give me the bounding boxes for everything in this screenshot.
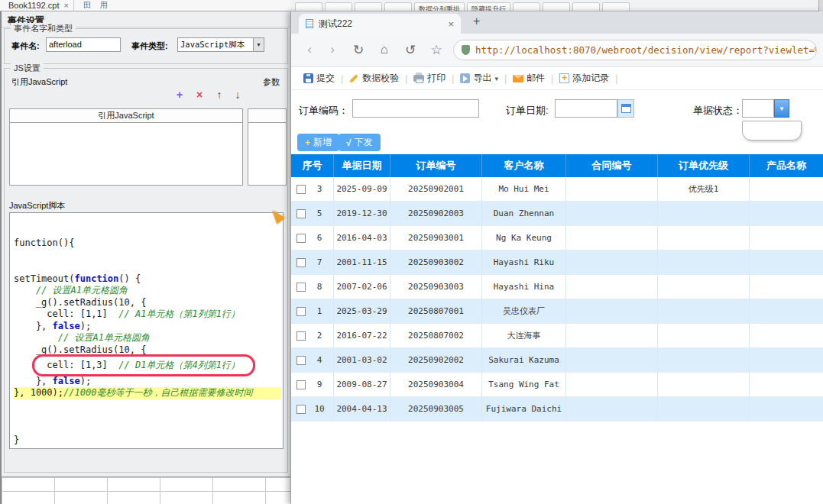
add-record-label: 添加记录 <box>572 72 609 85</box>
status-dropdown-panel[interactable] <box>742 121 802 141</box>
code-line: }, false); <box>14 376 281 388</box>
close-icon[interactable]: × <box>63 1 68 10</box>
scrollbar[interactable] <box>818 0 823 11</box>
designer-tabbar: Book1192.cpt × 田 用 <box>0 0 290 11</box>
mail-label: 邮件 <box>527 72 545 85</box>
printer-icon <box>413 75 424 82</box>
row-checkbox[interactable] <box>296 234 306 243</box>
back-icon[interactable]: ‹ <box>300 42 319 57</box>
row-checkbox[interactable] <box>296 185 306 194</box>
order-date-label: 订单日期: <box>506 104 549 118</box>
cell-no: 10 <box>291 397 334 421</box>
cell: 20250903002 <box>390 250 482 274</box>
cell: Hayashi Hina <box>482 275 566 299</box>
move-up-button[interactable]: ↑ <box>211 89 228 102</box>
undo-icon[interactable]: ↺ <box>401 42 420 58</box>
row-checkbox[interactable] <box>296 405 306 414</box>
cell: 20250902003 <box>390 202 482 225</box>
background-toolbar-button[interactable] <box>384 2 412 11</box>
browser-navbar: ‹ › ↻ ⌂ ↺ ☆ http://localhost:8070/webroo… <box>291 34 823 67</box>
submit-button[interactable]: 提交 <box>297 72 341 85</box>
code-line <box>14 399 281 412</box>
row-checkbox[interactable] <box>296 209 306 218</box>
code-line: } <box>14 435 281 447</box>
row-number: 4 <box>306 355 333 365</box>
add-record-icon <box>559 73 569 83</box>
validate-button[interactable]: 数据校验 <box>343 72 405 85</box>
row-checkbox[interactable] <box>296 307 306 316</box>
grid-icon[interactable]: 田 <box>83 0 91 11</box>
save-icon <box>303 73 313 83</box>
url-bar[interactable]: http://localhost:8070/webroot/decision/v… <box>453 40 817 60</box>
mail-button[interactable]: 邮件 <box>507 72 551 85</box>
add-row-button[interactable]: + 新增 <box>297 134 339 151</box>
row-checkbox[interactable] <box>296 380 306 389</box>
star-icon[interactable]: ☆ <box>427 42 446 58</box>
background-toolbar-button[interactable] <box>543 2 570 11</box>
new-tab-icon[interactable]: + <box>473 15 480 28</box>
js-settings-group: JS设置 引用JavaScript 参数 + × ↑ ↓ 引用JavaScrip… <box>4 68 288 473</box>
background-toolbar-button[interactable]: 隐藏提升行 <box>467 2 510 11</box>
cell: 2001-11-15 <box>334 250 390 274</box>
param-table-body[interactable] <box>248 123 287 186</box>
chevron-down-icon: ▼ <box>779 105 785 112</box>
code-line: cell: [1,1] // A1单元格（第1列第1行） <box>14 309 281 321</box>
order-code-input[interactable] <box>352 99 479 118</box>
cell: 2016-04-03 <box>334 226 390 250</box>
close-icon[interactable]: × <box>448 18 454 30</box>
background-toolbar-button[interactable] <box>602 2 630 11</box>
plus-icon: + <box>305 137 310 148</box>
row-checkbox[interactable] <box>296 258 306 267</box>
background-toolbar-button[interactable] <box>513 2 540 11</box>
remove-js-button[interactable]: × <box>191 89 208 102</box>
background-toolbar-button[interactable] <box>355 2 382 11</box>
designer-file-tab[interactable]: Book1192.cpt × <box>4 0 74 11</box>
code-editor[interactable]: function(){ setTimeout(function() { // 设… <box>9 212 284 449</box>
submit-label: 提交 <box>316 72 335 85</box>
cell: 2007-02-06 <box>334 275 390 299</box>
script-label: JavaScript脚本 <box>9 200 65 212</box>
row-checkbox[interactable] <box>296 356 306 365</box>
cell <box>750 373 823 396</box>
background-toolbar-button[interactable] <box>325 2 352 11</box>
add-record-button[interactable]: 添加记录 <box>553 72 615 85</box>
param-label: 参数 <box>263 76 280 88</box>
code-line <box>14 423 281 435</box>
event-name-input[interactable]: afterload <box>46 37 121 52</box>
spreadsheet-grid[interactable] <box>2 477 292 504</box>
export-label: 导出 <box>473 72 491 85</box>
forward-icon[interactable]: › <box>323 42 342 57</box>
event-type-select[interactable]: JavaScript脚本 ▼ <box>177 37 264 52</box>
cell: Fujiwara Daichi <box>482 397 566 421</box>
add-js-button[interactable]: + <box>171 89 188 102</box>
print-button[interactable]: 打印 <box>407 72 452 85</box>
status-select[interactable] <box>742 99 774 118</box>
merge-cells-icon[interactable]: 用 <box>100 0 108 11</box>
mail-icon <box>513 75 523 82</box>
refresh-icon[interactable]: ↻ <box>349 42 368 58</box>
home-icon[interactable]: ⌂ <box>375 42 394 57</box>
row-checkbox[interactable] <box>296 331 306 341</box>
ref-js-table-body[interactable] <box>9 123 243 186</box>
row-checkbox[interactable] <box>296 283 306 292</box>
send-label: 下发 <box>355 136 373 149</box>
export-button[interactable]: 导出 ▾ <box>454 72 504 85</box>
send-button[interactable]: √ 下发 <box>339 134 381 151</box>
background-toolbar-button[interactable] <box>295 2 322 11</box>
cell-no: 6 <box>291 226 334 250</box>
status-label: 单据状态： <box>693 104 743 118</box>
cell <box>658 250 750 274</box>
background-toolbar-button[interactable] <box>572 2 600 11</box>
order-date-input[interactable] <box>555 99 617 118</box>
browser-tab[interactable]: 测试222 × <box>299 14 461 34</box>
calendar-button[interactable] <box>617 99 634 118</box>
print-label: 打印 <box>427 72 446 85</box>
designer-panel: Book1192.cpt × 田 用 事件设置 事件名字和类型 事件名: aft… <box>0 0 290 504</box>
cell: 优先级1 <box>658 177 750 201</box>
move-down-button[interactable]: ↓ <box>229 89 246 102</box>
background-toolbar-button[interactable]: 数据分列重排 <box>414 2 465 11</box>
status-dropdown-button[interactable]: ▼ <box>774 99 789 118</box>
cell <box>658 373 750 396</box>
cell: Tsang Wing Fat <box>482 373 566 396</box>
cell: 20250902002 <box>390 348 482 372</box>
